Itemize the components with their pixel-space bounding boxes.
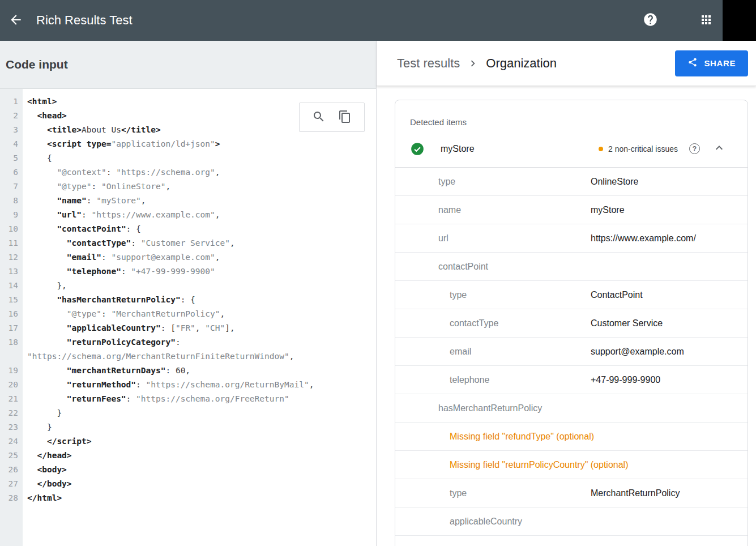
copy-code-button[interactable] [338,110,352,125]
code-line-content: "returnMethod": "https://schema.org/Retu… [23,378,376,392]
code-toolbar [299,103,365,132]
search-code-button[interactable] [312,110,326,125]
property-row: typeMerchantReturnPolicy [395,479,748,507]
line-number: 14 [0,279,23,293]
code-line-content: </body> [23,477,376,491]
code-line: 27 </body> [0,477,376,491]
property-value: Customer Service [591,318,663,329]
line-number: 7 [0,180,23,194]
property-key: url [395,233,591,244]
code-line: 14 }, [0,279,376,293]
property-row: namemyStore [395,196,748,224]
property-key: type [395,290,591,300]
help-button[interactable] [642,12,658,28]
property-row: typeOnlineStore [395,168,748,196]
property-row: contactTypeCustomer Service [395,309,748,338]
breadcrumb-organization: Organization [486,56,557,71]
code-line: 7 "@type": "OnlineStore", [0,180,376,194]
code-line-content: <body> [23,463,376,477]
code-line-content: }, [23,279,376,293]
warning-row: Missing field "returnPolicyCountry" (opt… [395,451,748,479]
property-row: emailsupport@example.com [395,338,748,366]
line-number: 25 [0,449,23,463]
breadcrumb: Test results Organization [397,56,557,71]
code-line-content: } [23,420,376,434]
code-lines: 1<html>2 <head>3 <title>About Us</title>… [0,95,376,505]
code-line: 9 "url": "https://www.example.com", [0,208,376,222]
property-value: MerchantReturnPolicy [591,488,680,498]
breadcrumb-test-results[interactable]: Test results [397,56,460,71]
detected-item-header[interactable]: myStore 2 non-critical issues ? [395,130,748,168]
code-line-content: { [23,151,376,165]
code-line: 13 "telephone": "+47-99-999-9900" [0,265,376,279]
code-line-content: "telephone": "+47-99-999-9900" [23,265,376,279]
property-row: telephone+47-99-999-9900 [395,366,748,394]
code-line: 20 "returnMethod": "https://schema.org/R… [0,378,376,392]
code-line-content: "name": "myStore", [23,194,376,208]
line-number: 2 [0,109,23,123]
property-value: OnlineStore [591,177,639,187]
code-line: 22 } [0,406,376,420]
line-number: 3 [0,123,23,137]
line-number: 12 [0,250,23,265]
property-value: ContactPoint [591,290,643,300]
code-editor[interactable]: 1<html>2 <head>3 <title>About Us</title>… [0,89,376,546]
code-line-content: <script type="application/ld+json"> [23,137,376,151]
line-number: 27 [0,477,23,491]
detected-item-name: myStore [441,144,475,154]
line-number: 15 [0,293,23,307]
code-line: 16 "@type": "MerchantReturnPolicy", [0,307,376,321]
issues-summary: 2 non-critical issues [599,144,678,153]
property-key: type [395,488,591,498]
code-line-content: "applicableCountry": ["FR", "CH"], [23,321,376,335]
code-line: 23 } [0,420,376,434]
code-line-content: } [23,406,376,420]
line-number: 16 [0,307,23,321]
back-arrow-icon [8,12,23,29]
test-results-panel: Test results Organization SHARE Detected… [377,41,756,546]
property-key: telephone [395,375,591,385]
code-line: 5 { [0,151,376,165]
issues-help-icon[interactable]: ? [689,143,700,154]
property-key: name [395,205,591,215]
back-button[interactable] [8,12,24,28]
code-line: 21 "returnFees": "https://schema.org/Fre… [0,392,376,406]
code-line: 6 "@context": "https://schema.org", [0,165,376,180]
code-line: 4 <script type="application/ld+json"> [0,137,376,151]
property-key: email [395,347,591,357]
line-number: 21 [0,392,23,406]
property-value: support@example.com [591,347,684,357]
group-row: contactPoint [395,253,748,281]
share-icon [687,57,698,69]
detected-items-card: Detected items myStore 2 non-critical is… [395,100,748,546]
collapse-item-button[interactable] [712,142,726,156]
apps-grid-button[interactable] [699,13,714,28]
line-number: 9 [0,208,23,222]
code-line: 8 "name": "myStore", [0,194,376,208]
group-row: applicableCountry [395,507,748,536]
issues-count-label: 2 non-critical issues [608,144,678,153]
code-line-content: "url": "https://www.example.com", [23,208,376,222]
line-number: 17 [0,321,23,335]
property-value: myStore [591,205,625,215]
avatar[interactable] [723,0,756,41]
line-number [0,349,23,364]
line-number: 6 [0,165,23,180]
line-number: 13 [0,265,23,279]
line-number: 8 [0,194,23,208]
warning-text: Missing field "refundType" (optional) [395,432,594,442]
code-line-content: "contactPoint": { [23,222,376,236]
code-input-title: Code input [6,58,376,71]
code-line-content: "https://schema.org/MerchantReturnFinite… [23,349,376,364]
line-number: 22 [0,406,23,420]
warning-row: Missing field "refundType" (optional) [395,423,748,451]
results-header: Test results Organization SHARE [377,41,756,86]
share-button[interactable]: SHARE [675,50,748,76]
code-line: 28</html> [0,491,376,505]
code-input-header: Code input [0,41,376,89]
code-line: 19 "merchantReturnDays": 60, [0,364,376,378]
code-line: 26 <body> [0,463,376,477]
code-line: 15 "hasMerchantReturnPolicy": { [0,293,376,307]
apps-grid-icon [699,13,713,28]
property-row: typeContactPoint [395,281,748,309]
